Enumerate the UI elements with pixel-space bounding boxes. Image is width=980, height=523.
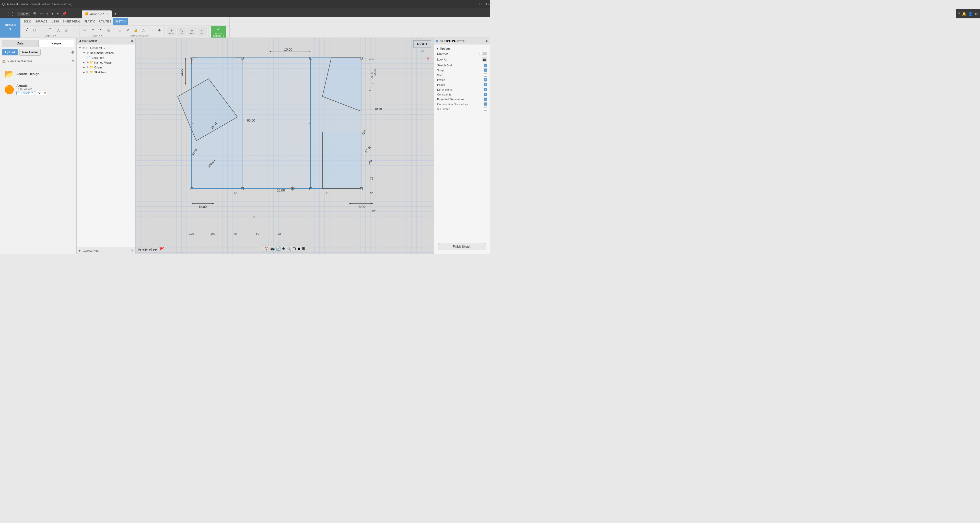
slice-checkbox[interactable]	[484, 73, 487, 76]
comments-settings-icon[interactable]: ⚙	[130, 249, 133, 252]
undo-btn[interactable]: ↩	[40, 12, 43, 16]
sketch-tab[interactable]: SKETCH	[113, 18, 128, 25]
points-checkbox[interactable]	[484, 83, 487, 86]
create-line-icon[interactable]: ╱	[23, 27, 30, 34]
create-circle-icon[interactable]: ○	[39, 27, 46, 34]
breadcrumb-settings[interactable]: ⚙	[72, 59, 74, 63]
anim-prev-btn[interactable]: ◀	[142, 248, 144, 251]
anim-play-btn[interactable]: ▶	[145, 248, 148, 251]
data-tab[interactable]: Data	[2, 40, 38, 47]
home-icon[interactable]: 🏠	[2, 59, 6, 63]
visibility-icon[interactable]: 👁	[82, 46, 85, 49]
redo-arrow[interactable]: ▼	[57, 13, 59, 15]
finish-sketch-toolbar-btn[interactable]: ✓ FINISH SKETCH ▾	[211, 26, 226, 38]
grid-menu-btn[interactable]: ⋮⋮⋮	[2, 11, 14, 16]
lookat-camera-btn[interactable]: 📷	[482, 57, 487, 62]
construction-checkbox[interactable]	[484, 102, 487, 106]
create-fillet-icon[interactable]: ⌓	[70, 27, 78, 34]
editable-tag[interactable]: ✏ Editable ▼	[16, 91, 35, 95]
inspect-btn[interactable]: 🔍INS	[177, 27, 186, 36]
browser-sketches[interactable]: ▶ 👁 📁 Sketches	[76, 70, 135, 75]
sym-constraint-icon[interactable]: ✤	[156, 27, 163, 34]
design-workspace-btn[interactable]: DESIGN ▼	[0, 17, 21, 38]
palette-collapse-icon[interactable]: ▶	[486, 39, 488, 43]
visibility-icon-sketches[interactable]: 👁	[86, 71, 89, 74]
version-select[interactable]: V1	[36, 91, 47, 95]
create-slot-icon[interactable]: ⊟	[63, 27, 70, 34]
view-grid-btn[interactable]: ⊞	[302, 246, 305, 251]
view-orbit-btn[interactable]: 🔄	[276, 246, 280, 251]
create-rect-icon[interactable]: □	[31, 27, 38, 34]
select-btn[interactable]: ↖SEL	[197, 27, 207, 36]
canvas-area[interactable]: RIGHT Z X	[135, 38, 434, 254]
left-panel-settings-btn[interactable]: ⚙	[71, 50, 74, 54]
trim-icon[interactable]: ✂	[81, 27, 89, 34]
view-home-btn[interactable]: 🏠	[264, 246, 269, 251]
extend-icon[interactable]: ⊃	[89, 27, 97, 34]
comments-expand-icon[interactable]: ▶	[79, 249, 81, 252]
search-btn[interactable]: 🔍	[33, 12, 37, 16]
fixed-constraint-icon[interactable]: 🔒	[132, 27, 139, 34]
browser-root-item[interactable]: ▼ 👁 ⬡ Arcade v1 ●	[76, 46, 135, 50]
pin-btn[interactable]: 📌	[62, 12, 67, 16]
finish-sketch-btn[interactable]: Finish Sketch	[438, 243, 486, 250]
product-switcher[interactable]: Rea ▼	[18, 12, 30, 16]
minimize-icon[interactable]: ─	[474, 2, 477, 6]
new-tab-btn[interactable]: +	[112, 10, 119, 17]
options-header[interactable]: ▼ Options	[434, 46, 490, 51]
mesh-tab[interactable]: MESH	[49, 18, 61, 25]
active-tab[interactable]: 🟠 Arcade v1* ✕	[82, 10, 112, 17]
browser-origin[interactable]: ▶ 👁 📁 Origin	[76, 65, 135, 70]
configure-btn[interactable]: ⚙CFG	[167, 27, 176, 36]
utilities-tab[interactable]: UTILITIES	[97, 18, 113, 25]
sheet-metal-tab[interactable]: SHEET METAL	[61, 18, 83, 25]
surface-tab[interactable]: SURFACE	[33, 18, 49, 25]
browser-collapse-icon[interactable]: ◀	[79, 39, 81, 43]
plastic-tab[interactable]: PLASTIC	[83, 18, 97, 25]
profile-checkbox[interactable]	[484, 78, 487, 81]
create-triangle-icon[interactable]: △	[55, 27, 62, 34]
anim-marker-btn[interactable]: 🚩	[159, 247, 164, 252]
new-folder-btn[interactable]: New Folder	[19, 49, 41, 56]
dimensions-checkbox[interactable]	[484, 88, 487, 91]
view-camera-btn[interactable]: 📷	[270, 246, 275, 251]
tangent-constraint-icon[interactable]: ○	[148, 27, 155, 34]
anim-last-btn[interactable]: ▶▶|	[153, 248, 158, 251]
view-cube[interactable]: RIGHT Z X	[414, 40, 431, 64]
tab-close[interactable]: ✕	[107, 13, 108, 15]
browser-named-views[interactable]: ▶ 👁 📁 Named Views	[76, 60, 135, 65]
mirror-icon[interactable]: ⊞	[105, 27, 112, 34]
undo-arrow[interactable]: ▼	[51, 13, 54, 15]
upload-btn[interactable]: Upload	[2, 49, 18, 56]
constraints-checkbox[interactable]	[484, 93, 487, 96]
anim-next-btn[interactable]: ▶|	[149, 248, 152, 251]
people-tab[interactable]: People	[38, 40, 75, 47]
view-display-btn[interactable]: ▢	[293, 246, 296, 251]
linetype-toggle[interactable]	[479, 52, 487, 56]
browser-doc-settings[interactable]: ▼ ⚙ Document Settings	[76, 50, 135, 55]
browser-settings-icon[interactable]: ⚙	[130, 39, 133, 43]
list-item[interactable]: 🟠 Arcade 11:05:41 AM ✏ Editable ▼ V1	[2, 82, 74, 97]
visibility-icon-nv[interactable]: 👁	[86, 61, 89, 64]
view-zoom-in-btn[interactable]: 🔍	[286, 246, 291, 251]
maximize-icon[interactable]: □	[480, 2, 482, 6]
sketchgrid-checkbox[interactable]	[484, 64, 487, 67]
list-item[interactable]: 📂 Arcade Design	[2, 67, 74, 81]
view-zoom-fit-btn[interactable]: ⊕	[282, 246, 285, 251]
tab-label: Arcade v1*	[90, 13, 104, 16]
parallel-constraint-icon[interactable]: ⚌	[116, 27, 123, 34]
projected-checkbox[interactable]	[484, 97, 487, 101]
view-effects-btn[interactable]: ◼	[298, 246, 301, 251]
solid-tab[interactable]: SOLID	[21, 18, 33, 25]
anim-first-btn[interactable]: |◀	[138, 248, 141, 251]
browser-units[interactable]: 📄 Units: mm	[76, 55, 135, 60]
snap-checkbox[interactable]	[484, 68, 487, 72]
insert-btn[interactable]: ⊕INS	[187, 27, 196, 36]
visibility-icon-origin[interactable]: 👁	[86, 66, 89, 69]
redo-btn[interactable]: ↪	[46, 12, 48, 16]
3dsketch-checkbox[interactable]	[484, 107, 487, 111]
create-arc-icon[interactable]: ⌒	[47, 27, 54, 34]
offset-icon[interactable]: 〜	[97, 27, 105, 34]
equal-constraint-icon[interactable]: △	[140, 27, 147, 34]
perp-constraint-icon[interactable]: ✕	[124, 27, 131, 34]
